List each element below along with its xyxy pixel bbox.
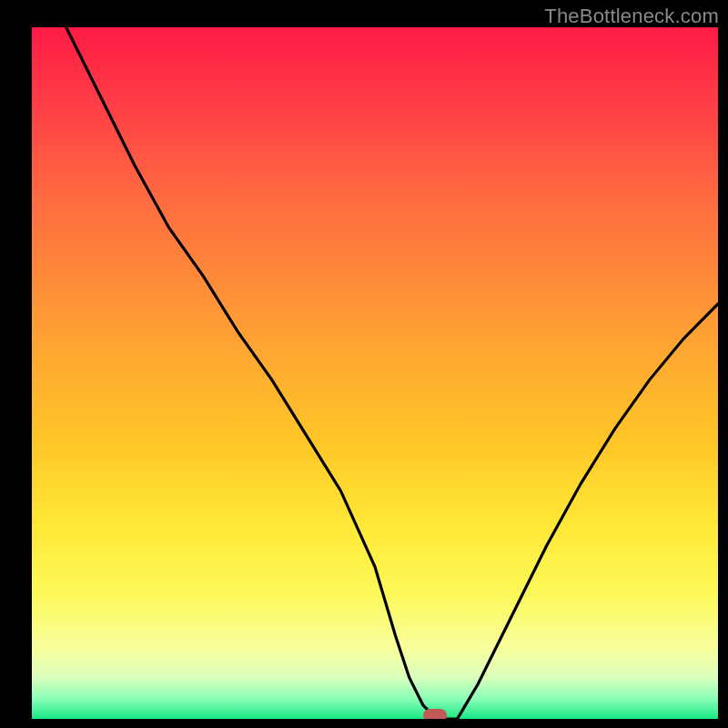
gradient-background: [32, 27, 718, 719]
optimum-marker: [423, 709, 447, 719]
chart-frame: TheBottleneck.com: [0, 0, 728, 728]
bottleneck-chart: [32, 27, 718, 719]
watermark-text: TheBottleneck.com: [544, 5, 719, 28]
